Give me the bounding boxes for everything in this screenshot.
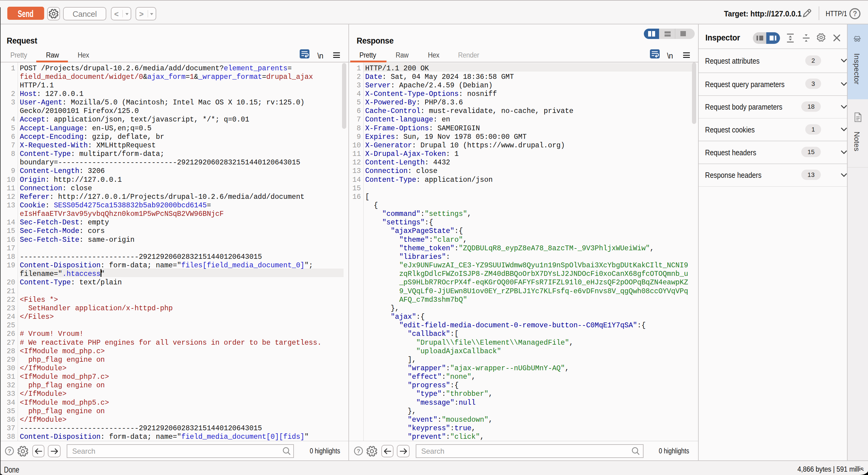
svg-text:?: ?: [853, 10, 857, 18]
svg-text:?: ?: [8, 448, 11, 454]
svg-text:?: ?: [356, 448, 360, 454]
